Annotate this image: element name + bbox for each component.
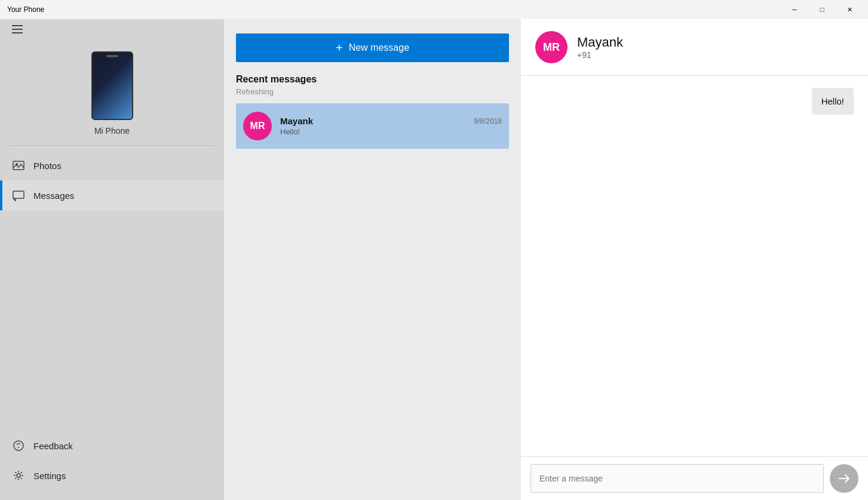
photos-icon — [12, 159, 25, 172]
titlebar: Your Phone ─ □ ✕ — [0, 0, 868, 19]
window-controls: ─ □ ✕ — [781, 0, 863, 19]
conversation-name: Mayank — [280, 116, 313, 126]
hamburger-button[interactable] — [0, 19, 224, 39]
chat-input-area — [521, 456, 868, 500]
conversation-avatar: MR — [243, 112, 272, 140]
chat-contact-info: Mayank +91 — [577, 35, 623, 60]
send-button[interactable] — [830, 464, 858, 493]
app-body: Mi Phone Photos — [0, 19, 868, 500]
message-bubble: Hello! — [812, 88, 854, 115]
svg-rect-2 — [13, 191, 24, 198]
message-text: Hello! — [821, 96, 844, 106]
sidebar-bottom: Feedback Settings — [0, 431, 224, 500]
chat-avatar: MR — [535, 31, 568, 63]
conversation-preview: Hello! — [280, 127, 502, 136]
maximize-button[interactable]: □ — [808, 0, 836, 19]
svg-point-3 — [14, 441, 23, 450]
recent-messages-title: Recent messages — [236, 74, 509, 85]
conversation-date: 9/8/2018 — [474, 117, 502, 125]
chat-messages: Hello! — [521, 76, 868, 456]
phone-image — [91, 51, 133, 120]
feedback-icon — [12, 439, 25, 452]
conversation-list: MR Mayank 9/8/2018 Hello! — [236, 103, 509, 149]
feedback-label: Feedback — [33, 441, 73, 451]
minimize-button[interactable]: ─ — [781, 0, 808, 19]
send-icon — [838, 473, 850, 484]
conversation-item[interactable]: MR Mayank 9/8/2018 Hello! — [236, 103, 509, 149]
conversation-header: Mayank 9/8/2018 — [280, 116, 502, 126]
new-message-button[interactable]: + New message — [236, 33, 509, 62]
close-button[interactable]: ✕ — [836, 0, 863, 19]
svg-point-5 — [17, 474, 20, 477]
message-input[interactable] — [530, 464, 824, 493]
sidebar-item-messages[interactable]: Messages — [0, 180, 224, 210]
messages-icon — [12, 189, 25, 202]
sidebar-item-feedback[interactable]: Feedback — [0, 431, 224, 461]
messages-label: Messages — [33, 191, 74, 201]
phone-name: Mi Phone — [94, 126, 130, 136]
chat-avatar-initials: MR — [543, 41, 560, 54]
plus-icon: + — [336, 42, 343, 54]
settings-icon — [12, 469, 25, 482]
messages-panel: + New message Recent messages Refreshing… — [224, 19, 521, 500]
phone-info: Mi Phone — [0, 39, 224, 145]
hamburger-icon — [12, 25, 23, 33]
conversation-info: Mayank 9/8/2018 Hello! — [280, 116, 502, 136]
svg-point-4 — [18, 447, 19, 448]
avatar-initials: MR — [250, 121, 265, 131]
sidebar-item-photos[interactable]: Photos — [0, 151, 224, 180]
recent-messages-status: Refreshing — [236, 87, 509, 96]
chat-contact-phone: +91 — [577, 50, 623, 60]
sidebar: Mi Phone Photos — [0, 19, 224, 500]
photos-label: Photos — [33, 161, 62, 171]
sidebar-nav: Photos Messages — [0, 146, 224, 431]
settings-label: Settings — [33, 471, 66, 481]
chat-header: MR Mayank +91 — [521, 19, 868, 76]
sidebar-item-settings[interactable]: Settings — [0, 461, 224, 490]
chat-contact-name: Mayank — [577, 35, 623, 50]
chat-panel: MR Mayank +91 Hello! — [521, 19, 868, 500]
app-title: Your Phone — [5, 5, 44, 14]
new-message-label: New message — [349, 42, 409, 53]
